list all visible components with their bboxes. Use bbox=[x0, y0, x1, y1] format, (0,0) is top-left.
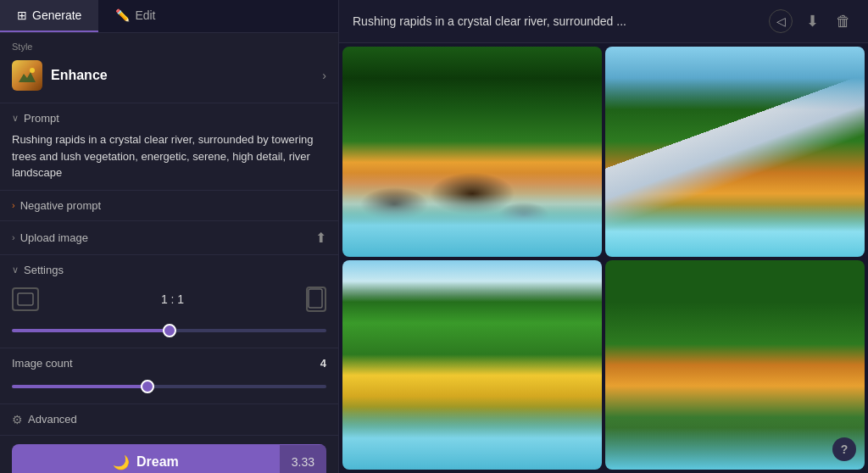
negative-prompt-header[interactable]: › Negative prompt bbox=[12, 199, 326, 212]
chevron-right-icon: › bbox=[322, 69, 326, 82]
download-button[interactable]: ⬇ bbox=[803, 8, 822, 34]
style-section: Style Enhance › bbox=[0, 33, 338, 103]
dream-icon: 🌙 bbox=[113, 454, 130, 470]
negative-prompt-title: Negative prompt bbox=[20, 199, 101, 212]
tab-generate[interactable]: ⊞ Generate bbox=[0, 0, 98, 32]
image-count-section: Image count 4 bbox=[0, 348, 338, 404]
prompt-chevron-icon: ∨ bbox=[12, 113, 19, 124]
header-actions: ◁ ⬇ 🗑 bbox=[769, 8, 854, 34]
generate-icon: ⊞ bbox=[17, 8, 27, 22]
image-cell-1[interactable] bbox=[342, 47, 602, 257]
svg-rect-1 bbox=[18, 293, 33, 305]
delete-button[interactable]: 🗑 bbox=[832, 9, 854, 34]
upload-chevron-icon: › bbox=[12, 232, 15, 242]
image-count-value: 4 bbox=[320, 357, 326, 370]
image-count-slider[interactable] bbox=[12, 385, 326, 388]
prompt-section-title: Prompt bbox=[24, 112, 59, 125]
advanced-section: ⚙ Advanced bbox=[0, 404, 338, 436]
tab-edit-label: Edit bbox=[135, 8, 155, 22]
upload-section[interactable]: › Upload image ⬆ bbox=[0, 221, 338, 255]
aspect-ratio-slider[interactable] bbox=[12, 329, 326, 332]
help-button[interactable]: ? bbox=[832, 437, 856, 461]
image-grid: ? bbox=[339, 43, 868, 473]
sidebar: ⊞ Generate ✏️ Edit Style E bbox=[0, 0, 339, 473]
style-row[interactable]: Enhance › bbox=[12, 57, 326, 94]
sidebar-content: Style Enhance › ∨ Pr bbox=[0, 33, 338, 473]
image-cell-2[interactable] bbox=[605, 47, 865, 257]
prompt-header[interactable]: ∨ Prompt bbox=[12, 112, 326, 125]
svg-rect-2 bbox=[309, 289, 322, 308]
header-title: Rushing rapids in a crystal clear river,… bbox=[353, 14, 760, 28]
prompt-text[interactable]: Rushing rapids in a crystal clear river,… bbox=[12, 131, 326, 181]
dream-label: Dream bbox=[136, 454, 179, 470]
dream-cost: 3.33 bbox=[280, 445, 326, 473]
settings-chevron-icon: ∨ bbox=[12, 264, 19, 275]
style-label: Style bbox=[12, 42, 326, 52]
prompt-section: ∨ Prompt Rushing rapids in a crystal cle… bbox=[0, 103, 338, 191]
settings-section: ∨ Settings 1 : 1 bbox=[0, 255, 338, 348]
style-name: Enhance bbox=[51, 68, 108, 83]
upload-title: Upload image bbox=[20, 231, 88, 244]
aspect-ratio-label: 1 : 1 bbox=[161, 292, 184, 306]
upload-left: › Upload image bbox=[12, 231, 88, 244]
image-count-label: Image count bbox=[12, 357, 73, 370]
ar-icon-portrait bbox=[306, 287, 326, 312]
negative-prompt-chevron-icon: › bbox=[12, 200, 15, 210]
image-count-slider-wrapper bbox=[12, 376, 326, 392]
advanced-header[interactable]: ⚙ Advanced bbox=[12, 413, 326, 426]
back-button[interactable]: ◁ bbox=[769, 9, 793, 33]
style-left: Enhance bbox=[12, 60, 108, 91]
image-cell-4[interactable]: ? bbox=[605, 260, 865, 470]
negative-prompt-section: › Negative prompt bbox=[0, 191, 338, 221]
tab-bar: ⊞ Generate ✏️ Edit bbox=[0, 0, 338, 33]
settings-title: Settings bbox=[24, 264, 64, 276]
image-cell-3[interactable] bbox=[342, 260, 602, 470]
advanced-icon: ⚙ bbox=[12, 413, 23, 426]
svg-point-0 bbox=[30, 68, 35, 73]
aspect-ratio-slider-wrapper bbox=[12, 320, 326, 336]
ar-icon-landscape bbox=[12, 287, 39, 311]
style-thumbnail bbox=[12, 60, 42, 91]
settings-header[interactable]: ∨ Settings bbox=[12, 264, 326, 276]
edit-icon: ✏️ bbox=[115, 8, 130, 22]
dream-bar[interactable]: 🌙 Dream 3.33 bbox=[12, 444, 326, 474]
dream-button[interactable]: 🌙 Dream bbox=[12, 444, 280, 474]
advanced-title: Advanced bbox=[28, 413, 77, 426]
upload-arrow-icon: ⬆ bbox=[315, 230, 326, 246]
main-header: Rushing rapids in a crystal clear river,… bbox=[339, 0, 868, 43]
image-count-row: Image count 4 bbox=[12, 357, 326, 370]
main-panel: Rushing rapids in a crystal clear river,… bbox=[339, 0, 868, 473]
aspect-ratio-row: 1 : 1 bbox=[12, 287, 326, 312]
tab-edit[interactable]: ✏️ Edit bbox=[98, 0, 172, 32]
tab-generate-label: Generate bbox=[32, 8, 81, 22]
